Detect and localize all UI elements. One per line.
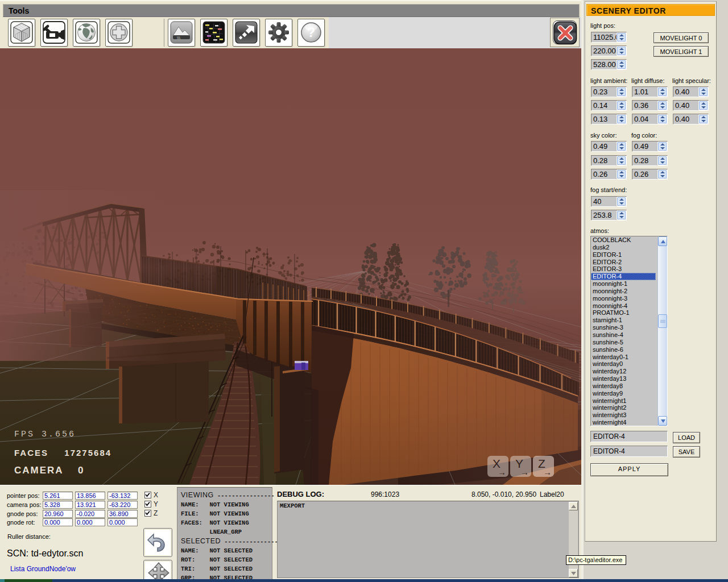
svg-text:\\\: \\\ (177, 36, 180, 40)
svg-text:?: ? (307, 25, 315, 40)
